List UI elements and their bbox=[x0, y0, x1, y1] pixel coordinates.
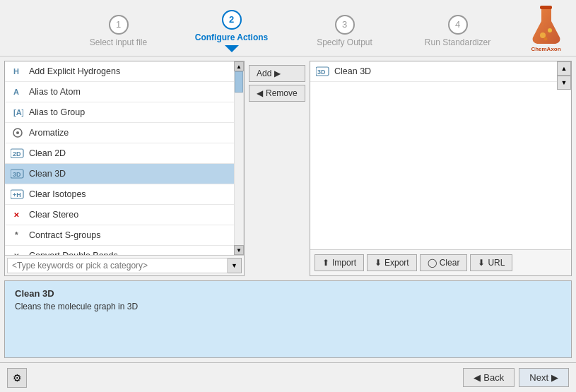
action-item[interactable]: [A]Alias to Group bbox=[5, 102, 234, 123]
import-icon: ⬆ bbox=[322, 258, 329, 268]
step-circle-4: 4 bbox=[448, 15, 468, 35]
svg-point-9 bbox=[16, 131, 19, 134]
wizard-step-3[interactable]: 3 Specify Output bbox=[288, 15, 401, 47]
svg-point-1 bbox=[540, 32, 546, 38]
wizard-step-1[interactable]: 1 Select input file bbox=[62, 15, 175, 47]
add-label: Add bbox=[257, 69, 271, 78]
import-label: Import bbox=[332, 258, 356, 268]
step-label-2: Configure Actions bbox=[195, 32, 269, 42]
action-item-label: Contract S-groups bbox=[29, 230, 100, 240]
action-item[interactable]: AAlias to Atom bbox=[5, 82, 234, 102]
clear-icon: ◯ bbox=[428, 258, 437, 268]
action-list-container: HAdd Explicit HydrogensAAlias to Atom[A]… bbox=[5, 61, 244, 255]
search-input[interactable] bbox=[7, 258, 228, 273]
action-item-label: Clean 2D bbox=[29, 148, 66, 158]
step-label-4: Run Standardizer bbox=[425, 37, 490, 47]
right-list: 3DClean 3D bbox=[310, 61, 557, 249]
remove-arrow-icon: ◀ bbox=[257, 88, 263, 98]
action-item[interactable]: HAdd Explicit Hydrogens bbox=[5, 61, 234, 82]
action-item-label: Aromatize bbox=[29, 128, 69, 138]
action-item[interactable]: Aromatize bbox=[5, 123, 234, 143]
next-label: Next bbox=[529, 372, 548, 383]
right-list-item[interactable]: 3DClean 3D bbox=[310, 61, 557, 82]
right-list-area: 3DClean 3D ▲ ▼ bbox=[310, 61, 571, 249]
wizard-step-2[interactable]: 2 Configure Actions bbox=[175, 10, 288, 52]
action-item[interactable]: *Contract S-groups bbox=[5, 225, 234, 246]
svg-rect-0 bbox=[540, 6, 552, 9]
action-item-icon bbox=[11, 126, 25, 140]
chemaxon-logo: ChemAxon ChemAxon bbox=[523, 4, 569, 49]
wizard-steps: 1 Select input file 2 Configure Actions … bbox=[0, 10, 576, 52]
export-button[interactable]: ⬇ Export bbox=[367, 254, 417, 271]
ud-buttons: ▲ ▼ bbox=[557, 61, 571, 249]
footer-left: ⚙ bbox=[7, 368, 27, 388]
description-text: Cleans the molecule graph in 3D bbox=[15, 302, 561, 311]
back-arrow-icon: ◀ bbox=[474, 372, 481, 383]
wizard-step-4[interactable]: 4 Run Standardizer bbox=[401, 15, 515, 47]
step-circle-1: 1 bbox=[109, 15, 129, 35]
svg-point-2 bbox=[548, 28, 552, 32]
middle-panel: Add ▶ ◀ Remove bbox=[249, 61, 305, 276]
svg-text:+H: +H bbox=[13, 191, 21, 198]
action-item-icon: A bbox=[11, 85, 25, 99]
step-circle-3: 3 bbox=[335, 15, 355, 35]
back-label: Back bbox=[483, 372, 504, 383]
right-panel: 3DClean 3D ▲ ▼ ⬆ Import ⬇ Export ◯ Clear… bbox=[310, 61, 572, 276]
action-item-label: Clear Stereo bbox=[29, 210, 78, 220]
main-content: HAdd Explicit HydrogensAAlias to Atom[A]… bbox=[0, 57, 576, 280]
url-button[interactable]: ⬇ URL bbox=[470, 254, 512, 271]
action-item[interactable]: 2DClean 2D bbox=[5, 143, 234, 164]
add-arrow-icon: ▶ bbox=[274, 69, 281, 78]
action-item[interactable]: +HClear Isotopes bbox=[5, 184, 234, 205]
description-title: Clean 3D bbox=[15, 288, 561, 299]
action-item-icon: 3D bbox=[11, 167, 25, 181]
svg-point-3 bbox=[544, 37, 548, 41]
svg-text:A: A bbox=[13, 88, 19, 96]
action-item-icon: * bbox=[11, 228, 25, 242]
import-button[interactable]: ⬆ Import bbox=[315, 254, 364, 271]
search-dropdown-btn[interactable]: ▼ bbox=[228, 258, 242, 273]
action-item-icon: ✕ bbox=[11, 249, 25, 255]
action-item-icon: +H bbox=[11, 187, 25, 201]
remove-button[interactable]: ◀ Remove bbox=[249, 85, 305, 102]
description-panel: Clean 3D Cleans the molecule graph in 3D bbox=[4, 280, 572, 358]
action-list-items: HAdd Explicit HydrogensAAlias to Atom[A]… bbox=[5, 61, 234, 255]
up-btn[interactable]: ▲ bbox=[557, 61, 571, 76]
clear-label: Clear bbox=[440, 258, 460, 268]
action-item-icon: ✕ bbox=[11, 208, 25, 222]
action-item-label: Add Explicit Hydrogens bbox=[29, 66, 120, 76]
wizard-header: 1 Select input file 2 Configure Actions … bbox=[0, 0, 576, 57]
scroll-thumb[interactable] bbox=[235, 71, 243, 93]
settings-button[interactable]: ⚙ bbox=[7, 368, 27, 388]
scroll-down-btn[interactable]: ▼ bbox=[234, 245, 244, 255]
right-item-label: Clean 3D bbox=[334, 66, 371, 76]
action-item-icon: [A] bbox=[11, 105, 25, 119]
svg-text:*: * bbox=[15, 230, 18, 240]
footer: ⚙ ◀ Back Next ▶ bbox=[0, 362, 576, 392]
down-btn[interactable]: ▼ bbox=[557, 76, 571, 90]
svg-text:[A]: [A] bbox=[13, 108, 23, 117]
action-list-scrollbar[interactable]: ▲ ▼ bbox=[234, 61, 244, 255]
settings-icon: ⚙ bbox=[13, 372, 22, 384]
scroll-up-btn[interactable]: ▲ bbox=[234, 61, 244, 71]
export-label: Export bbox=[384, 258, 409, 268]
add-button[interactable]: Add ▶ bbox=[249, 65, 305, 82]
action-item-label: Clean 3D bbox=[29, 169, 66, 179]
svg-text:H: H bbox=[13, 67, 19, 76]
step-circle-2: 2 bbox=[222, 10, 242, 30]
step-label-3: Specify Output bbox=[317, 37, 372, 47]
action-item-label: Clear Isotopes bbox=[29, 189, 86, 199]
svg-text:2D: 2D bbox=[13, 150, 21, 158]
left-panel: HAdd Explicit HydrogensAAlias to Atom[A]… bbox=[4, 61, 245, 276]
action-item[interactable]: ✕Convert Double Bonds bbox=[5, 246, 234, 255]
remove-label: Remove bbox=[266, 88, 298, 98]
back-button[interactable]: ◀ Back bbox=[463, 368, 515, 387]
step-arrow bbox=[225, 45, 239, 52]
clear-button[interactable]: ◯ Clear bbox=[420, 254, 468, 271]
next-arrow-icon: ▶ bbox=[551, 372, 558, 383]
next-button[interactable]: Next ▶ bbox=[519, 368, 569, 387]
step-label-1: Select input file bbox=[90, 37, 147, 47]
action-item[interactable]: ✕Clear Stereo bbox=[5, 205, 234, 225]
svg-text:3D: 3D bbox=[317, 69, 326, 76]
action-item[interactable]: 3DClean 3D bbox=[5, 164, 234, 184]
